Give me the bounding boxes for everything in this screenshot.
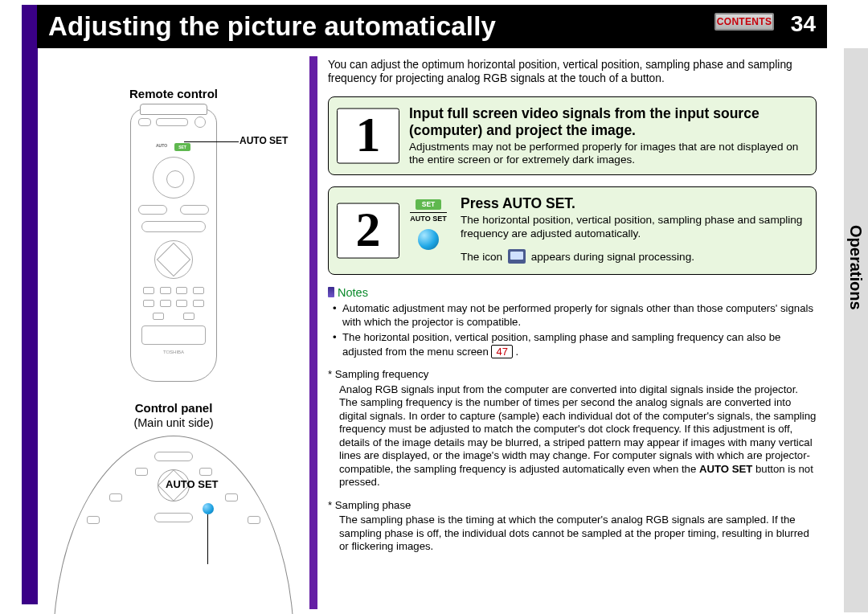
auto-set-button-dot xyxy=(203,503,214,514)
notes-list: Automatic adjustment may not be performe… xyxy=(333,302,817,358)
def-term-2: Sampling phase xyxy=(328,499,817,513)
remote-set-button-highlight: SET xyxy=(174,143,190,151)
notes-heading: Notes xyxy=(328,286,817,299)
note-2-text-a: The horizontal position, vertical positi… xyxy=(342,331,780,358)
auto-tiny-label: AUTO xyxy=(156,143,167,148)
control-panel-illustration xyxy=(53,436,294,548)
auto-set-dot-icon xyxy=(418,229,439,250)
page-number: 34 xyxy=(791,11,816,37)
step-1-card: 1 Input full screen video signals from t… xyxy=(328,96,817,175)
auto-set-sublabel: AUTO SET xyxy=(406,215,451,223)
step-1-number: 1 xyxy=(338,109,399,163)
intro-text: You can adjust the optimum horizontal po… xyxy=(328,58,817,85)
leader-line-vertical xyxy=(207,514,208,564)
control-panel-subheading: (Main unit side) xyxy=(45,416,302,429)
remote-illustration: AUTO SET TOSHIBA xyxy=(130,108,217,382)
section-tab-label: Operations xyxy=(846,225,865,310)
note-2-text-b: . xyxy=(516,346,519,358)
leader-line xyxy=(184,141,239,142)
step-2-icon-column: SET AUTO SET xyxy=(406,195,451,250)
def-body-2: The sampling phase is the timing at whic… xyxy=(328,514,817,554)
right-column: You can adjust the optimum horizontal po… xyxy=(328,58,817,554)
step-1-number-box: 1 xyxy=(337,108,399,164)
auto-set-callout-remote: AUTO SET xyxy=(240,135,288,146)
auto-set-callout-panel: AUTO SET xyxy=(166,478,219,490)
step-2-body-2: The icon appears during signal processin… xyxy=(461,249,805,264)
section-tab xyxy=(844,48,868,612)
header-band: Adjusting the picture automatically CONT… xyxy=(37,5,827,48)
step-2-body-1: The horizontal position, vertical positi… xyxy=(461,214,805,240)
notes-icon xyxy=(328,287,334,297)
icon-sentence-post: appears during signal processing. xyxy=(531,251,694,263)
step-2-card: 2 SET AUTO SET Press AUTO SET. The horiz… xyxy=(328,186,817,275)
note-1: Automatic adjustment may not be performe… xyxy=(333,302,817,329)
step-1-body: Adjustments may not be performed properl… xyxy=(409,141,805,167)
note-2: The horizontal position, vertical positi… xyxy=(333,331,817,358)
processing-icon xyxy=(508,249,526,264)
definition-sampling-frequency: Sampling frequency Analog RGB signals in… xyxy=(328,368,817,489)
remote-brand: TOSHIBA xyxy=(130,350,217,354)
definition-sampling-phase: Sampling phase The sampling phase is the… xyxy=(328,499,817,554)
remote-control-heading: Remote control xyxy=(45,87,302,100)
def1-bold: AUTO SET xyxy=(699,463,752,475)
contents-button[interactable]: CONTENTS xyxy=(714,13,774,31)
control-panel-heading: Control panel xyxy=(45,401,302,415)
step-2-number: 2 xyxy=(338,204,399,258)
step-2-number-box: 2 xyxy=(337,203,399,259)
notes-heading-text: Notes xyxy=(338,286,368,299)
icon-sentence-pre: The icon xyxy=(461,251,502,263)
step-1-title: Input full screen video signals from the… xyxy=(409,105,805,138)
page-ref-link[interactable]: 47 xyxy=(491,345,512,359)
def-body-1: Analog RGB signals input from the comput… xyxy=(328,383,817,489)
page-title: Adjusting the picture automatically xyxy=(48,11,496,42)
def1-part-a: Analog RGB signals input from the comput… xyxy=(339,383,816,475)
decor-bar-left xyxy=(22,5,38,604)
set-badge: SET xyxy=(416,199,442,210)
manual-page: Adjusting the picture automatically CONT… xyxy=(0,0,868,614)
def-term-1: Sampling frequency xyxy=(328,368,817,382)
step-2-title: Press AUTO SET. xyxy=(461,195,805,212)
decor-bar-divider xyxy=(309,56,317,609)
